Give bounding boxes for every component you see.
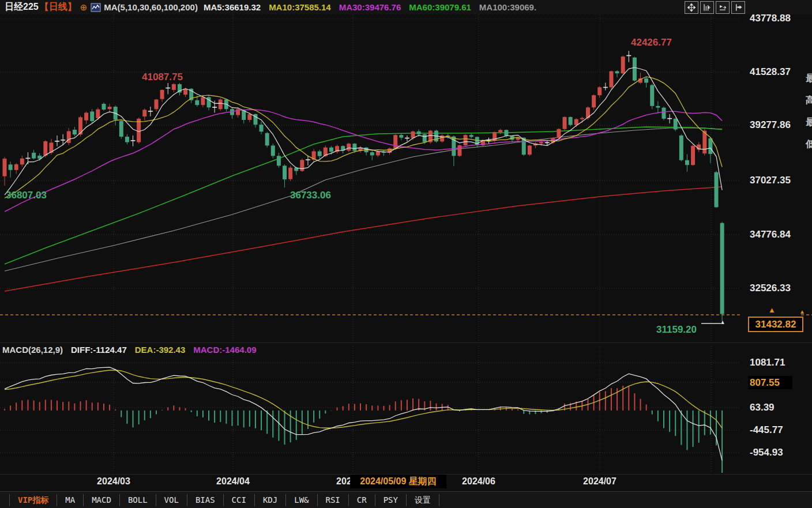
clipped-edge-text: 最高最低 — [806, 73, 812, 150]
x-axis-label: 2024/07 — [583, 476, 616, 487]
price-up-arrow-small-icon: ▲ — [799, 308, 805, 315]
slow-ma-lines — [5, 127, 722, 291]
indicator-toolbar: VIP指标MAMACDBOLLVOLBIASCCIKDJLW&RSICRPSY设… — [0, 491, 812, 508]
diff-line — [5, 367, 722, 461]
indicator-tab-cci[interactable]: CCI — [224, 494, 255, 506]
indicator-tab-ma[interactable]: MA — [57, 494, 84, 506]
indicator-tab-macd[interactable]: MACD — [84, 494, 120, 506]
macd-readout: MACD:-1464.09 — [193, 345, 256, 355]
macd-axis-label: 1081.71 — [750, 357, 785, 368]
main-axis-label: 37027.35 — [750, 175, 791, 186]
annotation-july-peak: 42426.77 — [631, 37, 672, 48]
macd-readout: DIFF:-1124.47 — [71, 345, 127, 355]
macd-histogram — [5, 386, 722, 473]
trading-chart-app: 日经225 【日线】 ⊕ MA(5,10,30,60,100,200) MA5:… — [0, 0, 812, 508]
indicator-tab-psy[interactable]: PSY — [375, 494, 407, 506]
indicator-tab-kdj[interactable]: KDJ — [255, 494, 286, 506]
main-axis-label: 39277.86 — [750, 119, 791, 131]
macd-axis-label: -954.93 — [750, 447, 783, 458]
edge-text-char: 低 — [806, 138, 812, 150]
indicator-tab-lw[interactable]: LW& — [286, 494, 317, 506]
indicator-tab-vip[interactable]: VIP指标 — [9, 494, 57, 506]
price-up-arrow-icon: ▲ — [768, 306, 776, 314]
ma200-line — [5, 187, 722, 291]
current-price-marker: 31432.82 — [748, 317, 803, 332]
ma100-line — [5, 128, 722, 271]
macd-readout: MACD(26,12,9) — [2, 345, 63, 355]
x-axis-label: 2024/04 — [216, 476, 250, 487]
main-axis-label: 34776.84 — [750, 229, 791, 240]
indicator-tab-rsi[interactable]: RSI — [318, 494, 349, 506]
macd-axis-label: 63.39 — [750, 402, 775, 413]
chart-canvas[interactable] — [0, 0, 812, 508]
fast-ma-lines — [5, 67, 722, 212]
macd-header: MACD(26,12,9)DIFF:-1124.47DEA:-392.43MAC… — [2, 345, 265, 355]
ma5-line — [5, 67, 722, 195]
low-annotation-leader — [701, 321, 724, 324]
macd-lines — [5, 367, 722, 461]
macd-readout: DEA:-392.43 — [135, 345, 186, 355]
edge-text-char: 高 — [806, 95, 812, 107]
annotation-feb-low: 36807.03 — [6, 190, 47, 201]
main-axis-label: 43778.88 — [750, 13, 791, 24]
edge-text-char: 最 — [806, 73, 812, 85]
x-axis-label: 2024/06 — [462, 476, 495, 487]
x-axis-label: 2024/03 — [97, 476, 130, 487]
macd-axis-label: -445.77 — [750, 424, 783, 436]
indicator-tab-cr[interactable]: CR — [349, 494, 375, 506]
crosshair-date-marker: 2024/05/09 星期四 — [350, 475, 446, 488]
dea-line — [5, 370, 722, 428]
pane-divider — [0, 343, 812, 343]
indicator-tab-vol[interactable]: VOL — [156, 494, 187, 506]
ma30-line — [5, 110, 722, 212]
annotation-august-low: 31159.20 — [656, 324, 697, 336]
indicator-tab-bias[interactable]: BIAS — [187, 494, 224, 506]
main-axis-label: 41528.37 — [750, 66, 791, 78]
annotation-april-low: 36733.06 — [290, 190, 331, 201]
edge-text-char: 最 — [806, 116, 812, 129]
main-axis-label: 32526.33 — [750, 283, 791, 294]
indicator-tab-boll[interactable]: BOLL — [120, 494, 156, 506]
indicator-tab-[interactable]: 设置 — [407, 494, 439, 506]
candles-layer — [3, 51, 724, 321]
macd-crosshair-value: 807.55 — [748, 376, 792, 389]
annotation-march-peak: 41087.75 — [142, 72, 183, 83]
